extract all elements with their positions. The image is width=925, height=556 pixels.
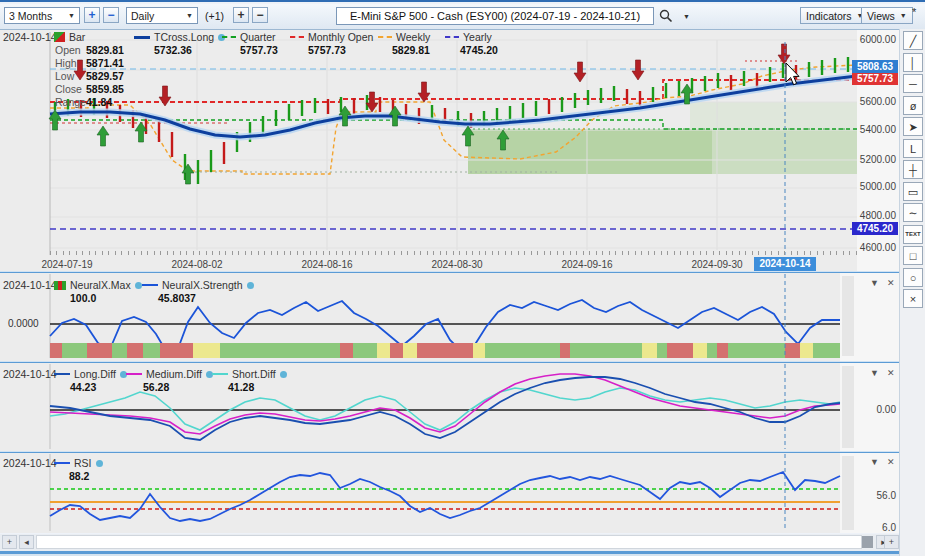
close-panel-icon[interactable]: ✕ [887,278,895,288]
quarter-value: 5757.73 [240,44,278,56]
neuralx-max-icon [54,281,66,290]
arrow-tool[interactable]: ➤ [903,117,923,136]
long-diff-value: 44.23 [70,381,96,393]
mouse-cursor [782,62,800,88]
medium-diff-label: Medium.Diff [146,368,202,380]
neuralx-strength-label: NeuralX.Strength [162,279,243,291]
legend-quarter[interactable]: Quarter [222,31,276,43]
tcross-label: TCross.Long [154,31,214,43]
tcross-value: 5732.36 [154,44,192,56]
delete-tool[interactable]: × [903,289,923,308]
favorite-star[interactable]: * [912,6,916,18]
scroll-add-left-button[interactable]: + [2,535,17,549]
info-dot-icon[interactable] [135,282,142,289]
low-label: Low [55,70,74,82]
crosshair-date: 2024-10-14 [3,279,57,291]
diff-panel-controls[interactable]: ▼ ✕ [870,368,894,378]
legend-short-diff[interactable]: Short.Diff [212,368,287,380]
horizontal-line-tool[interactable]: ─ [903,74,923,93]
legend-long-diff[interactable]: Long.Diff [54,368,127,380]
weekly-label: Weekly [396,31,430,43]
x-axis-ticks [50,251,857,255]
crosshair-tool[interactable]: ┼ [903,160,923,179]
collapse-panel-icon[interactable]: ▼ [870,368,879,378]
callout-tool[interactable]: ▭ [903,182,923,201]
vertical-line-tool[interactable]: │ [903,53,923,72]
low-value: 5829.57 [86,70,124,82]
long-diff-label: Long.Diff [74,368,116,380]
rsi-value: 88.2 [69,470,89,482]
legend-monthly[interactable]: Monthly Open [290,31,373,43]
rectangle-tool[interactable]: □ [903,246,923,265]
trendline-tool[interactable]: ø [903,96,923,115]
legend-neuralx-strength[interactable]: NeuralX.Strength [142,279,254,291]
step-line-tool[interactable]: L [903,139,923,158]
open-label: Open [55,44,81,56]
text-tool[interactable]: TEXT [903,225,923,244]
close-panel-icon[interactable]: ✕ [887,368,895,378]
collapse-panel-icon[interactable]: ▼ [870,278,879,288]
medium-diff-icon [126,373,142,375]
short-diff-value: 41.28 [228,381,254,393]
range-value: 41.84 [86,96,112,108]
quarter-label: Quarter [240,31,276,43]
neuralx-strength-icon [142,284,158,286]
drawing-tools-sidebar: ╱│─ø➤L┼▭∼TEXT□○× [899,29,925,556]
info-dot-icon[interactable] [247,282,254,289]
crosshair-date: 2024-10-14 [3,31,57,43]
bar-series-icon [54,32,65,42]
scroll-left-button[interactable]: ◂ [19,535,34,549]
close-panel-icon[interactable]: ✕ [887,457,895,467]
wave-tool[interactable]: ∼ [903,203,923,222]
long-diff-icon [54,373,70,375]
close-label: Close [55,83,82,95]
bar-series-label: Bar [69,31,85,43]
range-label: Range [55,96,86,108]
yearly-line-icon [445,36,459,38]
neuralx-max-value: 100.0 [70,292,96,304]
neuralx-panel-controls[interactable]: ▼ ✕ [870,278,894,288]
neuralx-max-label: NeuralX.Max [70,279,131,291]
medium-diff-value: 56.28 [143,381,169,393]
rsi-line-icon [54,462,70,464]
legend-neuralx-max[interactable]: NeuralX.Max [54,279,142,291]
high-value: 5871.41 [86,57,124,69]
horizontal-scrollbar[interactable]: + ◂ ▸ + [0,534,899,551]
legend-weekly[interactable]: Weekly [378,31,430,43]
crosshair-date: 2024-10-14 [3,368,57,380]
line-tool[interactable]: ╱ [903,31,923,50]
info-dot-icon[interactable] [96,460,103,467]
collapse-panel-icon[interactable]: ▼ [870,457,879,467]
rsi-panel-controls[interactable]: ▼ ✕ [870,457,894,467]
monthly-label: Monthly Open [308,31,373,43]
neuralx-strength-value: 45.8037 [158,292,196,304]
weekly-value: 5829.81 [392,44,430,56]
open-value: 5829.81 [86,44,124,56]
scrollbar-thumb[interactable] [862,536,873,548]
rsi-label: RSI [74,457,92,469]
monthly-line-icon [290,36,304,38]
crosshair-date: 2024-10-14 [3,457,57,469]
short-diff-icon [212,373,228,375]
legend-medium-diff[interactable]: Medium.Diff [126,368,213,380]
ellipse-tool[interactable]: ○ [903,268,923,287]
tcross-line-icon [134,36,150,39]
legend-bar[interactable]: Bar [54,31,85,43]
info-dot-icon[interactable] [280,371,287,378]
trading-app-window: 6000.005600.005400.005200.005000.004800.… [0,0,925,556]
quarter-line-icon [222,36,236,38]
yearly-value: 4745.20 [460,44,498,56]
scrollbar-track[interactable] [36,535,862,549]
legend-rsi[interactable]: RSI [54,457,103,469]
short-diff-label: Short.Diff [232,368,276,380]
close-value: 5859.85 [86,83,124,95]
monthly-value: 5757.73 [308,44,346,56]
weekly-line-icon [378,36,392,38]
yearly-label: Yearly [463,31,492,43]
scroll-add-right-button[interactable]: + [884,535,899,549]
legend-yearly[interactable]: Yearly [445,31,492,43]
high-label: High [55,57,77,69]
legend-tcross[interactable]: TCross.Long [134,31,225,43]
